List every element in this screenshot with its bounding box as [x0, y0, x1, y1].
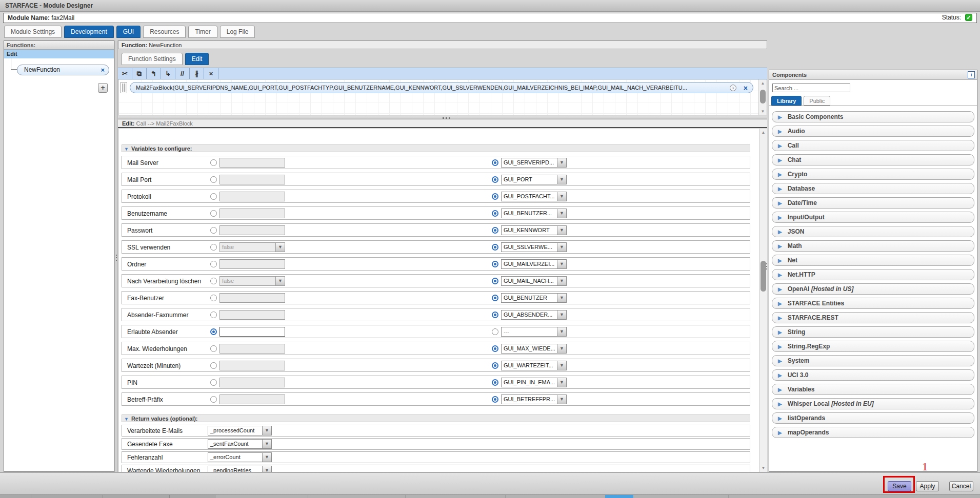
expand-triangle-icon[interactable]: ▶: [778, 172, 782, 177]
gui-variable-radio[interactable]: [492, 227, 498, 234]
function-tab[interactable]: Edit: [185, 53, 209, 65]
expand-triangle-icon[interactable]: ▶: [778, 401, 782, 407]
component-category[interactable]: ▶ Database: [772, 183, 974, 194]
return-variable-select[interactable]: _sentFaxCount ▼: [208, 439, 272, 449]
block-drag-handle-icon[interactable]: [121, 82, 127, 93]
block-editor-canvas[interactable]: Mail2FaxBlock(GUI_SERVERIPDNS_NAME,GUI_P…: [118, 79, 767, 115]
return-variable-select[interactable]: _processedCount ▼: [208, 426, 272, 435]
scrollbar-thumb[interactable]: [760, 90, 766, 103]
manual-value-radio[interactable]: [210, 159, 217, 166]
function-node-newfunction[interactable]: × NewFunction: [17, 65, 109, 75]
expand-block-icon[interactable]: ›: [730, 85, 736, 91]
function-tab[interactable]: Function Settings: [122, 53, 183, 65]
cancel-button[interactable]: Cancel: [949, 481, 973, 491]
manual-value-radio[interactable]: [210, 312, 217, 318]
code-block-mail2faxblock[interactable]: Mail2FaxBlock(GUI_SERVERIPDNS_NAME,GUI_P…: [130, 82, 753, 93]
collapse-triangle-icon[interactable]: ▼: [124, 147, 129, 152]
dropdown-arrow-icon[interactable]: ▼: [557, 395, 566, 404]
gui-variable-radio[interactable]: [492, 328, 498, 335]
expand-triangle-icon[interactable]: ▶: [778, 430, 782, 435]
gui-variable-select[interactable]: GUI_KENNWORT ▼: [501, 225, 567, 235]
expand-triangle-icon[interactable]: ▶: [778, 157, 782, 163]
expand-triangle-icon[interactable]: ▶: [778, 416, 782, 421]
dropdown-arrow-icon[interactable]: ▼: [557, 175, 566, 184]
manual-value-field[interactable]: ▼: [219, 327, 285, 337]
gui-variable-radio[interactable]: [492, 193, 498, 200]
variables-section-header[interactable]: ▼Variables to configure:: [122, 144, 750, 152]
dropdown-arrow-icon[interactable]: ▼: [262, 440, 271, 448]
components-tab[interactable]: Library: [771, 96, 802, 106]
component-category[interactable]: ▶ UCI 3.0: [772, 369, 974, 381]
dropdown-arrow-icon[interactable]: ▼: [557, 277, 566, 285]
manual-value-radio[interactable]: [210, 379, 217, 386]
manual-value-radio[interactable]: [210, 295, 217, 301]
manual-value-radio[interactable]: [210, 261, 217, 267]
collapse-triangle-icon[interactable]: ▼: [124, 417, 129, 422]
gui-variable-select[interactable]: GUI_BENUTZER... ▼: [501, 209, 567, 218]
component-category[interactable]: ▶ OpenAI [Hosted in US]: [772, 283, 974, 295]
component-category[interactable]: ▶ Call: [772, 140, 974, 151]
component-category[interactable]: ▶ Audio: [772, 126, 974, 137]
component-category[interactable]: ▶ String: [772, 326, 974, 338]
functions-group-edit[interactable]: Edit: [4, 50, 114, 58]
gui-variable-select[interactable]: GUI_WARTEZEIT... ▼: [501, 361, 567, 370]
component-category[interactable]: ▶ Input/Output: [772, 212, 974, 223]
dropdown-arrow-icon[interactable]: ▼: [262, 466, 271, 472]
component-category[interactable]: ▶ Net.HTTP: [772, 269, 974, 280]
gui-variable-radio[interactable]: [492, 295, 498, 301]
add-function-button[interactable]: +: [98, 83, 108, 93]
expand-triangle-icon[interactable]: ▶: [778, 243, 782, 249]
manual-value-radio[interactable]: [210, 396, 217, 403]
dropdown-arrow-icon[interactable]: ▼: [557, 310, 566, 319]
manual-value-field[interactable]: ▼: [219, 259, 285, 269]
editor-scrollbar[interactable]: ▲ ▼: [758, 79, 767, 115]
manual-value-field[interactable]: ▼: [219, 225, 285, 235]
status-checkbox[interactable]: ✓: [965, 14, 972, 21]
module-tab[interactable]: Module Settings: [4, 26, 62, 38]
cut-icon[interactable]: ✂: [118, 68, 132, 79]
manual-value-field[interactable]: ▼: [219, 192, 285, 201]
dropdown-arrow-icon[interactable]: ▼: [275, 277, 285, 285]
dropdown-arrow-icon[interactable]: ▼: [275, 243, 285, 252]
manual-value-field[interactable]: ▼: [219, 361, 285, 370]
gui-variable-radio[interactable]: [492, 210, 498, 217]
paste-before-icon[interactable]: ↰: [147, 68, 161, 79]
scrollbar-thumb[interactable]: [761, 261, 766, 292]
module-tab[interactable]: Development: [64, 26, 114, 38]
dropdown-arrow-icon[interactable]: ▼: [557, 226, 566, 235]
manual-value-field[interactable]: ▼: [219, 344, 285, 354]
manual-value-field[interactable]: ▼: [219, 378, 285, 387]
component-category[interactable]: ▶ Whisper Local [Hosted in EU]: [772, 398, 974, 409]
dropdown-arrow-icon[interactable]: ▼: [557, 158, 566, 167]
module-tab[interactable]: Log File: [220, 26, 255, 38]
gui-variable-radio[interactable]: [492, 379, 498, 386]
module-tab[interactable]: GUI: [116, 26, 141, 38]
gui-variable-select[interactable]: GUI_BETREFFPR... ▼: [501, 395, 567, 404]
components-search-input[interactable]: [772, 84, 850, 92]
gui-variable-radio[interactable]: [492, 278, 498, 284]
module-tab[interactable]: Timer: [188, 26, 217, 38]
component-category[interactable]: ▶ Crypto: [772, 169, 974, 180]
gui-variable-radio[interactable]: [492, 159, 498, 166]
gui-variable-select[interactable]: GUI_BENUTZER ▼: [501, 293, 567, 303]
expand-triangle-icon[interactable]: ▶: [778, 272, 782, 278]
left-splitter[interactable]: [114, 40, 118, 472]
dropdown-arrow-icon[interactable]: ▼: [557, 294, 566, 302]
paste-after-icon[interactable]: ↳: [161, 68, 175, 79]
scroll-down-icon[interactable]: ▼: [759, 465, 767, 471]
returns-section-header[interactable]: ▼Return values (optional):: [122, 414, 750, 422]
gui-variable-radio[interactable]: [492, 396, 498, 403]
expand-triangle-icon[interactable]: ▶: [778, 344, 782, 349]
gui-variable-select[interactable]: GUI_SERVERIPD... ▼: [501, 158, 567, 168]
component-category[interactable]: ▶ Math: [772, 240, 974, 252]
remove-function-icon[interactable]: ×: [101, 65, 105, 75]
expand-triangle-icon[interactable]: ▶: [778, 372, 782, 378]
manual-value-field[interactable]: false ▼: [219, 276, 285, 286]
uncomment-icon[interactable]: ∦: [190, 68, 204, 79]
expand-triangle-icon[interactable]: ▶: [778, 258, 782, 263]
horizontal-splitter[interactable]: [118, 116, 767, 119]
gui-variable-select[interactable]: GUI_SSLVERWE... ▼: [501, 242, 567, 252]
dropdown-arrow-icon[interactable]: ▼: [557, 344, 566, 353]
dropdown-arrow-icon[interactable]: ▼: [557, 243, 566, 252]
component-category[interactable]: ▶ JSON: [772, 226, 974, 237]
